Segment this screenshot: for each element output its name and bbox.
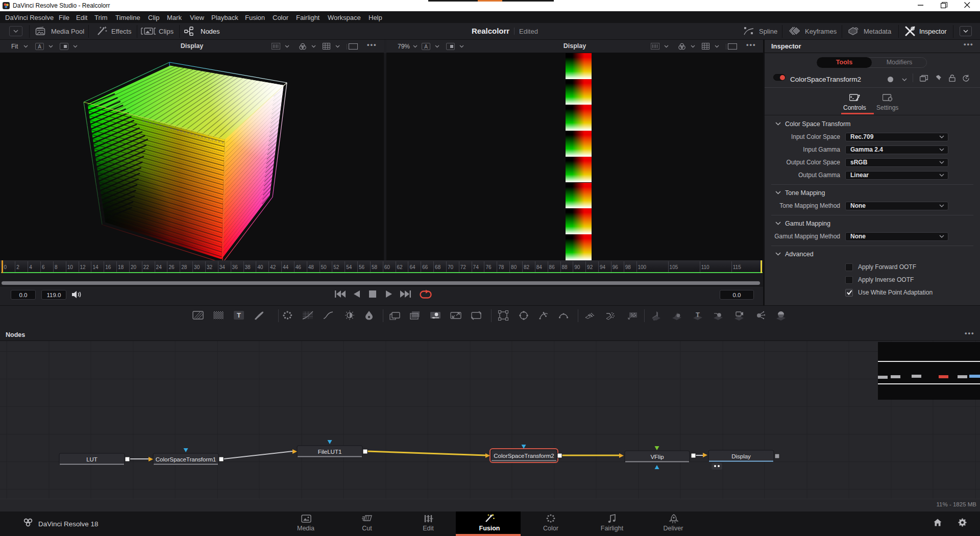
svg-text:LUT: LUT <box>86 456 97 462</box>
svg-text:FileLUT1: FileLUT1 <box>318 449 342 455</box>
svg-text:ColorSpaceTransform2: ColorSpaceTransform2 <box>494 453 554 459</box>
svg-text:Display: Display <box>731 453 751 459</box>
svg-text:T: T <box>237 311 241 319</box>
svg-text:VFlip: VFlip <box>650 454 664 460</box>
svg-text:ColorSpaceTransform1: ColorSpaceTransform1 <box>156 456 216 462</box>
svg-text:T: T <box>696 311 700 319</box>
